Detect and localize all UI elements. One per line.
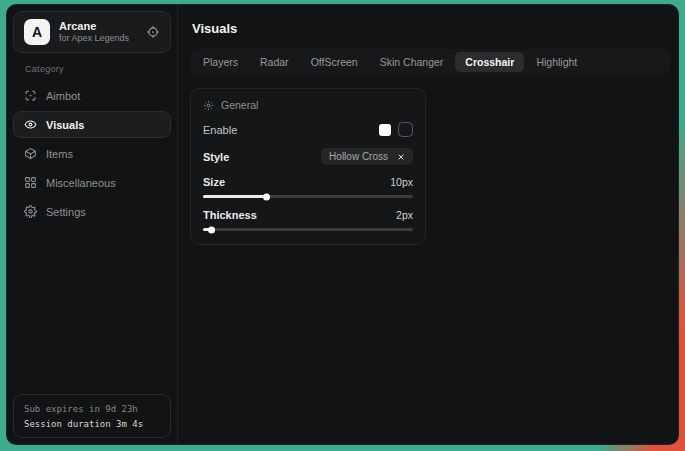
style-row: Style Hollow Cross	[203, 148, 413, 165]
page-title: Visuals	[192, 21, 670, 36]
size-row: Size 10px	[203, 176, 413, 188]
app-window: A Arcane for Apex Legends Category	[6, 4, 679, 445]
sidebar-item-settings[interactable]: Settings	[13, 198, 171, 225]
gear-icon	[24, 205, 37, 218]
tab-bar: Players Radar OffScreen Skin Changer Cro…	[190, 49, 670, 75]
enable-row: Enable	[203, 122, 413, 137]
tab-crosshair[interactable]: Crosshair	[455, 52, 524, 72]
thickness-slider-thumb[interactable]	[208, 226, 215, 233]
aim-scan-icon	[24, 89, 37, 102]
box-icon	[24, 147, 37, 160]
sidebar-item-visuals[interactable]: Visuals	[13, 111, 171, 138]
enable-label: Enable	[203, 124, 237, 136]
size-value: 10px	[390, 176, 413, 188]
enable-color-swatch[interactable]	[379, 124, 391, 136]
close-icon[interactable]	[397, 153, 405, 161]
thickness-slider[interactable]	[203, 228, 413, 231]
sidebar-item-label: Aimbot	[46, 90, 80, 102]
app-subtitle: for Apex Legends	[59, 33, 129, 44]
sidebar-item-label: Visuals	[46, 119, 84, 131]
grid-icon	[24, 176, 37, 189]
tab-players[interactable]: Players	[193, 52, 248, 72]
size-slider-fill	[203, 195, 266, 198]
sidebar: A Arcane for Apex Legends Category	[7, 5, 178, 444]
app-name: Arcane	[59, 20, 129, 34]
sidebar-item-miscellaneous[interactable]: Miscellaneous	[13, 169, 171, 196]
app-header-card: A Arcane for Apex Legends	[13, 11, 171, 53]
sub-expires-text: Sub expires in 9d 23h	[24, 402, 160, 416]
panel-title: General	[221, 99, 258, 111]
thickness-row: Thickness 2px	[203, 209, 413, 221]
general-panel: General Enable Style Hollow Cross	[190, 88, 426, 245]
size-slider-thumb[interactable]	[263, 193, 270, 200]
style-dropdown[interactable]: Hollow Cross	[321, 148, 413, 165]
app-meta: Arcane for Apex Legends	[59, 20, 129, 45]
thickness-label: Thickness	[203, 209, 257, 221]
tab-skin-changer[interactable]: Skin Changer	[370, 52, 454, 72]
main-content: Visuals Players Radar OffScreen Skin Cha…	[178, 5, 678, 444]
eye-icon	[24, 118, 37, 131]
sidebar-nav: Aimbot Visuals Items	[11, 82, 173, 225]
sidebar-item-label: Settings	[46, 206, 86, 218]
app-logo: A	[24, 19, 50, 45]
sidebar-item-items[interactable]: Items	[13, 140, 171, 167]
subscription-info-card: Sub expires in 9d 23h Session duration 3…	[13, 394, 171, 438]
style-value: Hollow Cross	[329, 151, 388, 162]
style-label: Style	[203, 151, 229, 163]
size-label: Size	[203, 176, 225, 188]
sidebar-item-label: Miscellaneous	[46, 177, 116, 189]
gear-icon	[203, 100, 214, 111]
tab-radar[interactable]: Radar	[250, 52, 299, 72]
tab-offscreen[interactable]: OffScreen	[301, 52, 368, 72]
category-label: Category	[25, 64, 173, 74]
panel-header: General	[203, 99, 413, 111]
enable-checkbox[interactable]	[398, 122, 413, 137]
sidebar-item-aimbot[interactable]: Aimbot	[13, 82, 171, 109]
scope-target-icon[interactable]	[146, 25, 160, 39]
enable-controls	[379, 122, 413, 137]
sidebar-item-label: Items	[46, 148, 73, 160]
thickness-slider-fill	[203, 228, 211, 231]
size-slider[interactable]	[203, 195, 413, 198]
tab-highlight[interactable]: Highlight	[526, 52, 587, 72]
thickness-value: 2px	[396, 209, 413, 221]
session-duration-text: Session duration 3m 4s	[24, 417, 160, 431]
